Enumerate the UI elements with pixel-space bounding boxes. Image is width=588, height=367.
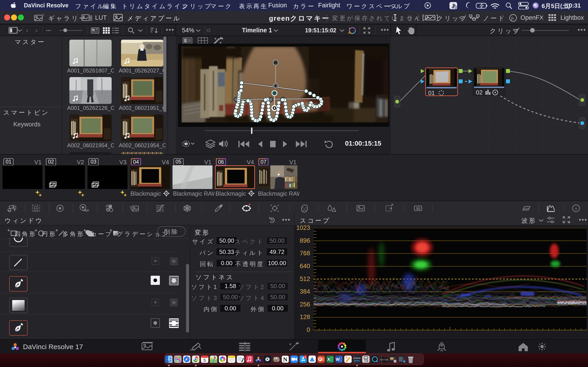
svg-text:P: P bbox=[319, 357, 321, 361]
svg-text:3D: 3D bbox=[416, 206, 420, 210]
svg-text:LEAD TUBE: LEAD TUBE bbox=[380, 359, 388, 361]
svg-text:HDR: HDR bbox=[83, 209, 89, 212]
svg-text:fx: fx bbox=[511, 16, 514, 20]
svg-text:5: 5 bbox=[203, 358, 206, 363]
svg-text:5: 5 bbox=[304, 356, 306, 358]
svg-text:W: W bbox=[336, 357, 340, 362]
svg-text:X: X bbox=[327, 357, 330, 362]
svg-text:N: N bbox=[283, 356, 288, 363]
svg-text:あ: あ bbox=[451, 3, 457, 9]
